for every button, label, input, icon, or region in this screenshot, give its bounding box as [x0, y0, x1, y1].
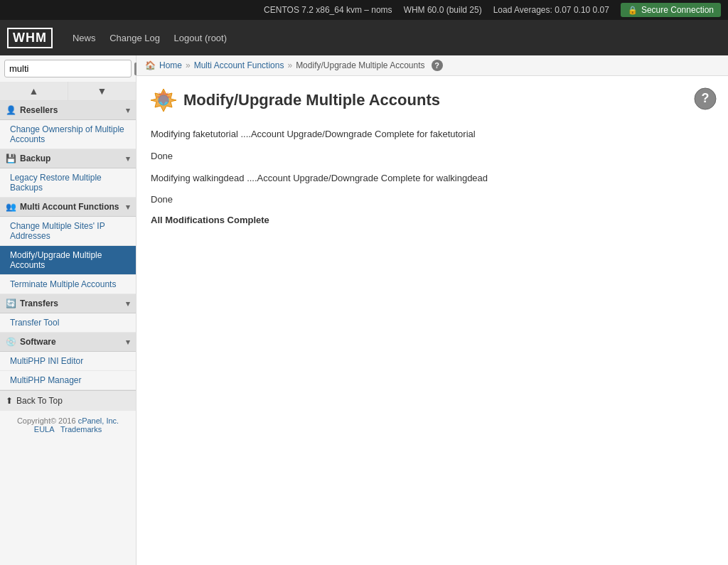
backup-icon: 💾: [6, 154, 16, 163]
secure-connection-label: Secure Connection: [641, 5, 714, 15]
sidebar-item-change-ownership[interactable]: Change Ownership of Multiple Accounts: [0, 120, 136, 149]
resellers-chevron: ▾: [126, 106, 130, 115]
back-to-top-button[interactable]: ⬆ Back To Top: [0, 390, 136, 411]
nav-news[interactable]: News: [67, 29, 102, 47]
sidebar-footer: Copyright© 2016 cPanel, Inc. EULA Tradem…: [0, 411, 136, 439]
breadcrumb: 🏠 Home » Multi Account Functions » Modif…: [136, 55, 728, 76]
complete-message: All Modifications Complete: [151, 215, 714, 225]
copyright-text: Copyright© 2016: [17, 416, 78, 425]
search-input[interactable]: [5, 60, 133, 77]
sidebar-item-legacy-restore[interactable]: Legacy Restore Multiple Backups: [0, 168, 136, 198]
resellers-icon: 👤: [6, 105, 16, 115]
multi-account-icon: 👥: [6, 202, 16, 212]
multi-account-label: Multi Account Functions: [20, 202, 119, 212]
breadcrumb-section[interactable]: Multi Account Functions: [194, 60, 284, 70]
breadcrumb-sep2: »: [287, 60, 292, 70]
eula-link[interactable]: EULA: [34, 425, 54, 434]
software-chevron: ▾: [126, 338, 130, 347]
resellers-label: Resellers: [20, 105, 58, 115]
back-top-label: Back To Top: [16, 396, 63, 406]
software-icon: 💿: [6, 337, 16, 347]
scroll-arrows: ▲ ▼: [0, 82, 136, 101]
breadcrumb-help-icon[interactable]: ?: [432, 60, 443, 71]
back-top-icon: ⬆: [6, 396, 13, 406]
multi-account-chevron: ▾: [126, 203, 130, 212]
header: WHM News Change Log Logout (root): [0, 20, 728, 55]
breadcrumb-home[interactable]: Home: [159, 60, 182, 70]
log-output: Modifying faketutorial ....Account Upgra…: [151, 127, 714, 208]
sidebar: ✕ ▲ ▼ 👤Resellers ▾ Change Ownership of M…: [0, 55, 136, 565]
transfers-icon: 🔄: [6, 298, 16, 308]
centos-info: CENTOS 7.2 x86_64 kvm – noms: [264, 5, 392, 15]
breadcrumb-current: Modify/Upgrade Multiple Accounts: [296, 60, 424, 70]
sidebar-section-backup[interactable]: 💾Backup ▾: [0, 149, 136, 168]
main-nav: News Change Log Logout (root): [67, 33, 232, 43]
trademarks-link[interactable]: Trademarks: [60, 425, 102, 434]
sidebar-section-software[interactable]: 💿Software ▾: [0, 333, 136, 352]
page-title-icon: [151, 87, 176, 113]
sidebar-section-transfers[interactable]: 🔄Transfers ▾: [0, 294, 136, 313]
cpanel-link[interactable]: cPanel, Inc.: [78, 416, 119, 425]
transfers-chevron: ▾: [126, 299, 130, 308]
sidebar-item-transfer-tool[interactable]: Transfer Tool: [0, 313, 136, 333]
load-averages: Load Averages: 0.07 0.10 0.07: [493, 5, 609, 15]
backup-label: Backup: [20, 154, 50, 163]
sidebar-section-multi-account[interactable]: 👥Multi Account Functions ▾: [0, 198, 136, 217]
sidebar-item-multiphp-ini[interactable]: MultiPHP INI Editor: [0, 352, 136, 371]
sidebar-item-change-ip[interactable]: Change Multiple Sites' IP Addresses: [0, 217, 136, 246]
whm-version: WHM 60.0 (build 25): [404, 5, 482, 15]
nav-changelog[interactable]: Change Log: [104, 29, 166, 47]
layout: ✕ ▲ ▼ 👤Resellers ▾ Change Ownership of M…: [0, 55, 728, 565]
secure-connection-badge: 🔒 Secure Connection: [621, 3, 721, 17]
main-content: 🏠 Home » Multi Account Functions » Modif…: [136, 55, 728, 565]
transfers-label: Transfers: [20, 298, 58, 308]
sidebar-section-resellers[interactable]: 👤Resellers ▾: [0, 101, 136, 120]
home-icon: 🏠: [145, 60, 156, 70]
lock-icon: 🔒: [628, 6, 638, 15]
search-box: ✕: [4, 60, 132, 77]
breadcrumb-sep1: »: [186, 60, 191, 70]
log-line-2: Done: [151, 149, 714, 164]
log-line-4: Done: [151, 193, 714, 208]
scroll-down-button[interactable]: ▼: [68, 82, 136, 100]
log-line-1: Modifying faketutorial ....Account Upgra…: [151, 127, 714, 142]
log-line-3: Modifying walkingdead ....Account Upgrad…: [151, 171, 714, 186]
top-bar: CENTOS 7.2 x86_64 kvm – noms WHM 60.0 (b…: [0, 0, 728, 20]
sys-info: CENTOS 7.2 x86_64 kvm – noms WHM 60.0 (b…: [264, 5, 609, 15]
sidebar-item-multiphp-manager[interactable]: MultiPHP Manager: [0, 371, 136, 390]
sidebar-item-modify-upgrade[interactable]: Modify/Upgrade Multiple Accounts: [0, 246, 136, 275]
page-title: Modify/Upgrade Multiple Accounts: [183, 91, 440, 109]
nav-logout[interactable]: Logout (root): [168, 29, 232, 47]
svg-text:?: ?: [702, 91, 710, 105]
content-area: ? Modify/Upgrade Multiple Accounts Modif…: [136, 76, 728, 237]
backup-chevron: ▾: [126, 154, 130, 163]
sidebar-item-terminate[interactable]: Terminate Multiple Accounts: [0, 275, 136, 294]
help-circle-icon[interactable]: ?: [694, 87, 717, 110]
software-label: Software: [20, 337, 56, 347]
logo[interactable]: WHM: [7, 28, 53, 48]
page-title-row: Modify/Upgrade Multiple Accounts: [151, 87, 714, 113]
scroll-up-button[interactable]: ▲: [0, 82, 68, 100]
